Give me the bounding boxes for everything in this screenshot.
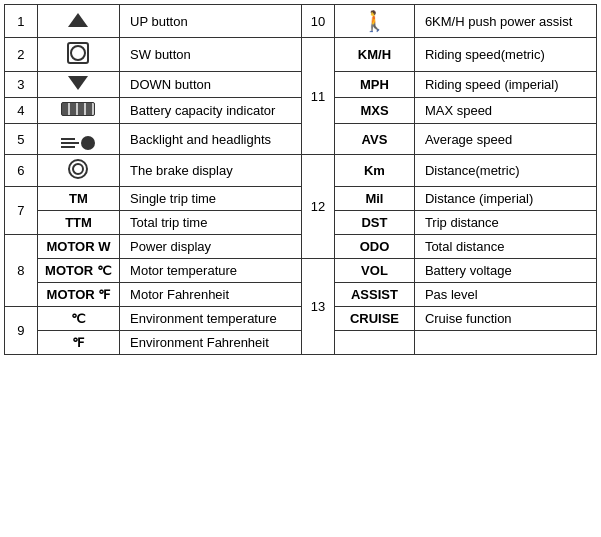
group-number: 13 [302, 259, 335, 355]
row-number: 7 [5, 187, 38, 235]
down-arrow-icon [68, 76, 88, 90]
battery-icon [61, 102, 95, 116]
icon-cell [37, 155, 119, 187]
icon-cell: MOTOR ℉ [37, 283, 119, 307]
text-icon: ℉ [72, 335, 84, 350]
icon-cell: ℃ [37, 307, 119, 331]
display-desc: 6KM/H push power assist [414, 5, 596, 38]
row-number: 3 [5, 72, 38, 98]
feature-label: Battery capacity indicator [120, 98, 302, 124]
brake-icon [68, 159, 88, 179]
display-code: MXS [335, 98, 415, 124]
display-desc: Distance(metric) [414, 155, 596, 187]
display-desc [414, 331, 596, 355]
row-number: 4 [5, 98, 38, 124]
table-row: 6The brake display12KmDistance(metric) [5, 155, 597, 187]
feature-label: Environment Fahrenheit [120, 331, 302, 355]
display-desc: MAX speed [414, 98, 596, 124]
feature-label: Total trip time [120, 211, 302, 235]
display-code [335, 331, 415, 355]
display-code: 🚶 [335, 5, 415, 38]
feature-label: Power display [120, 235, 302, 259]
display-code: CRUISE [335, 307, 415, 331]
display-desc: Battery voltage [414, 259, 596, 283]
row-number: 5 [5, 124, 38, 155]
up-arrow-icon [68, 13, 88, 27]
display-desc: Pas level [414, 283, 596, 307]
text-icon: TM [69, 191, 88, 206]
row-number: 9 [5, 307, 38, 355]
icon-cell: TTM [37, 211, 119, 235]
display-code: ODO [335, 235, 415, 259]
feature-label: Motor temperature [120, 259, 302, 283]
text-icon: MOTOR ℉ [47, 287, 111, 302]
feature-label: Environment temperature [120, 307, 302, 331]
display-desc: Cruise function [414, 307, 596, 331]
table-row: MOTOR ℉Motor FahrenheitASSISTPas level [5, 283, 597, 307]
icon-cell: TM [37, 187, 119, 211]
display-code: AVS [335, 124, 415, 155]
table-row: TTMTotal trip timeDSTTrip distance [5, 211, 597, 235]
feature-label: UP button [120, 5, 302, 38]
text-icon: TTM [65, 215, 92, 230]
backlight-icon [61, 136, 95, 150]
group-number: 11 [302, 38, 335, 155]
sw-button-icon [67, 42, 89, 64]
icon-cell [37, 72, 119, 98]
display-code: KM/H [335, 38, 415, 72]
table-row: ℉Environment Fahrenheit [5, 331, 597, 355]
text-icon: ℃ [71, 311, 86, 326]
table-row: 5 Backlight and headlightsAVSAverage spe… [5, 124, 597, 155]
display-code: DST [335, 211, 415, 235]
display-code: ASSIST [335, 283, 415, 307]
feature-label: Single trip time [120, 187, 302, 211]
feature-label: Backlight and headlights [120, 124, 302, 155]
icon-cell: ℉ [37, 331, 119, 355]
display-desc: Distance (imperial) [414, 187, 596, 211]
text-icon: MOTOR ℃ [45, 263, 112, 278]
row-number: 6 [5, 155, 38, 187]
table-row: 4Battery capacity indicatorMXSMAX speed [5, 98, 597, 124]
table-row: 2SW button11KM/HRiding speed(metric) [5, 38, 597, 72]
feature-label: SW button [120, 38, 302, 72]
group-number: 10 [302, 5, 335, 38]
group-number: 12 [302, 155, 335, 259]
display-desc: Riding speed (imperial) [414, 72, 596, 98]
row-number: 1 [5, 5, 38, 38]
table-row: 8MOTOR WPower displayODOTotal distance [5, 235, 597, 259]
display-desc: Total distance [414, 235, 596, 259]
display-code: VOL [335, 259, 415, 283]
icon-cell [37, 98, 119, 124]
display-desc: Average speed [414, 124, 596, 155]
table-row: 1UP button10🚶6KM/H push power assist [5, 5, 597, 38]
display-desc: Trip distance [414, 211, 596, 235]
display-desc: Riding speed(metric) [414, 38, 596, 72]
display-code: Km [335, 155, 415, 187]
table-row: 9℃Environment temperatureCRUISECruise fu… [5, 307, 597, 331]
row-number: 8 [5, 235, 38, 307]
row-number: 2 [5, 38, 38, 72]
table-row: 7TMSingle trip timeMilDistance (imperial… [5, 187, 597, 211]
icon-cell: MOTOR ℃ [37, 259, 119, 283]
display-code: MPH [335, 72, 415, 98]
feature-label: The brake display [120, 155, 302, 187]
text-icon: MOTOR W [46, 239, 110, 254]
icon-cell: MOTOR W [37, 235, 119, 259]
table-row: 3DOWN buttonMPHRiding speed (imperial) [5, 72, 597, 98]
display-code: Mil [335, 187, 415, 211]
feature-label: Motor Fahrenheit [120, 283, 302, 307]
feature-label: DOWN button [120, 72, 302, 98]
icon-cell [37, 38, 119, 72]
icon-cell [37, 5, 119, 38]
icon-cell [37, 124, 119, 155]
table-row: MOTOR ℃Motor temperature13VOLBattery vol… [5, 259, 597, 283]
